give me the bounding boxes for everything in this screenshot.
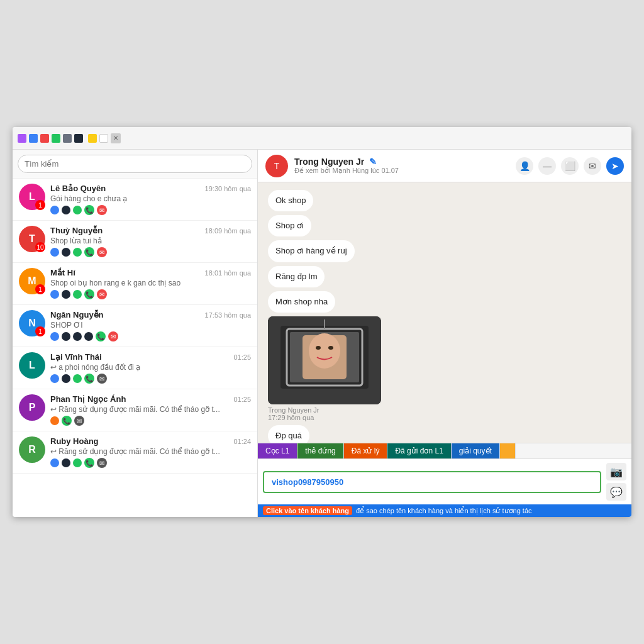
avatar-wrap: M 1 xyxy=(19,268,45,294)
avatar-wrap: L 1 xyxy=(19,184,45,210)
chat-title-block: Trong Nguyen Jr ✎ Đề xem bởi Mạnh Hùng l… xyxy=(294,157,509,175)
app-window: ✕ L 1 Lê Bảo Quyên xyxy=(13,127,631,517)
tab-extra[interactable] xyxy=(500,443,516,458)
message-bubble: Răng đp lm xyxy=(268,266,325,287)
mail-icon[interactable]: ✉ xyxy=(97,289,107,299)
contacts-list: L 1 Lê Bảo Quyên 19:30 hôm qua Gói hàng … xyxy=(13,179,257,517)
tab-da-gui-don[interactable]: Đã gửi đơn L1 xyxy=(387,443,451,458)
action-dot[interactable] xyxy=(50,206,59,214)
click-hint-text: để sao chép tên khách hàng và hiển thị l… xyxy=(356,507,532,515)
list-item[interactable]: T 10 Thuỳ Nguyễn 18:09 hôm qua Shop lừa … xyxy=(13,221,257,263)
left-panel: L 1 Lê Bảo Quyên 19:30 hôm qua Gói hàng … xyxy=(13,150,258,517)
action-dot[interactable] xyxy=(73,374,82,383)
contact-info: Thuỳ Nguyễn 18:09 hôm qua Shop lừa tui h… xyxy=(50,226,251,257)
action-dot[interactable] xyxy=(50,290,59,299)
phone-icon[interactable]: 📞 xyxy=(84,205,94,215)
chat-bottom: Cọc L1 thẻ đứng Đã xử lý Đã gửi đơn L1 g… xyxy=(258,443,631,517)
svg-point-4 xyxy=(309,333,340,369)
search-input[interactable] xyxy=(18,155,252,173)
mail-icon[interactable]: ✉ xyxy=(97,205,107,215)
camera-button[interactable]: 📷 xyxy=(606,463,626,480)
action-dot[interactable] xyxy=(73,248,82,257)
minimize-button[interactable]: — xyxy=(538,157,556,175)
unread-badge: 1 xyxy=(35,284,45,294)
color-yellow[interactable] xyxy=(88,134,97,143)
action-dot[interactable] xyxy=(62,458,70,467)
color-red[interactable] xyxy=(40,134,49,143)
mail-icon[interactable]: ✉ xyxy=(97,458,107,468)
tab-the-dung[interactable]: thẻ đứng xyxy=(297,443,343,458)
chat-messages: Ok shop Shop ơi Shop ơi hàng về ruj Răng… xyxy=(258,182,631,443)
click-hint: Click vào tên khách hàng để sao chép tên… xyxy=(258,504,631,517)
phone-icon[interactable]: 📞 xyxy=(84,374,94,384)
contact-info: Lại Vĩnh Thái 01:25 ↩ a phoi nóng đầu đố… xyxy=(50,352,251,384)
avatar-wrap: R xyxy=(19,436,45,463)
color-gray[interactable] xyxy=(63,134,72,143)
chat-bubble-button[interactable]: 💬 xyxy=(606,483,626,501)
tab-giai-quyet[interactable]: giải quyết xyxy=(452,443,500,458)
contact-info: Ruby Hoàng 01:24 ↩ Răng sử dụng được mãi… xyxy=(50,436,251,468)
mail-icon[interactable]: ✉ xyxy=(97,374,107,384)
right-panel: T Trong Nguyen Jr ✎ Đề xem bởi Mạnh Hùng… xyxy=(258,150,631,517)
contact-time: 18:09 hôm qua xyxy=(205,227,251,235)
action-dot[interactable] xyxy=(73,206,82,214)
close-color-icon[interactable]: ✕ xyxy=(111,133,121,143)
svg-point-6 xyxy=(328,346,333,350)
click-hint-button[interactable]: Click vào tên khách hàng xyxy=(263,506,352,515)
list-item[interactable]: N 1 Ngân Nguyễn 17:53 hôm qua SHOP ƠI xyxy=(13,305,257,347)
message-sender-time: Trong Nguyen Jr17:29 hôm qua xyxy=(268,406,381,421)
phone-icon[interactable]: 📞 xyxy=(84,289,94,299)
action-dot[interactable] xyxy=(84,332,93,341)
list-item[interactable]: P Phan Thị Ngọc Ánh 01:25 ↩ Răng sử dụng… xyxy=(13,389,257,431)
action-dot[interactable] xyxy=(62,290,70,299)
list-item[interactable]: R Ruby Hoàng 01:24 ↩ Răng sử dụng được m… xyxy=(13,431,257,474)
contact-name: Ruby Hoàng xyxy=(50,436,99,446)
action-dot[interactable] xyxy=(62,206,70,214)
avatar-wrap: P xyxy=(19,394,45,421)
message-image: Trong Nguyen Jr17:29 hôm qua xyxy=(268,316,381,421)
action-dot[interactable] xyxy=(50,248,59,257)
chat-header: T Trong Nguyen Jr ✎ Đề xem bởi Mạnh Hùng… xyxy=(258,150,631,182)
contact-info: Phan Thị Ngọc Ánh 01:25 ↩ Răng sử dụng đ… xyxy=(50,394,251,426)
contact-name: Ngân Nguyễn xyxy=(50,310,104,319)
action-dot[interactable] xyxy=(50,332,59,341)
list-item[interactable]: L Lại Vĩnh Thái 01:25 ↩ a phoi nóng đầu … xyxy=(13,347,257,389)
action-dot[interactable] xyxy=(50,458,59,467)
chat-avatar: T xyxy=(265,155,288,177)
contact-name: Lê Bảo Quyên xyxy=(50,184,106,193)
profile-button[interactable]: 👤 xyxy=(516,157,533,175)
tab-coc-l1[interactable]: Cọc L1 xyxy=(258,443,297,458)
edit-icon[interactable]: ✎ xyxy=(369,157,377,167)
tab-da-xu-ly[interactable]: Đã xử lý xyxy=(344,443,388,458)
avatar: R xyxy=(19,436,45,463)
list-item[interactable]: M 1 Mắt Hí 18:01 hôm qua Shop oi bụ hon … xyxy=(13,263,257,305)
color-purple[interactable] xyxy=(18,134,26,143)
action-dot[interactable] xyxy=(73,332,82,341)
mail-icon[interactable]: ✉ xyxy=(108,331,118,341)
phone-icon[interactable]: 📞 xyxy=(84,247,94,257)
phone-icon[interactable]: 📞 xyxy=(62,416,72,426)
color-white[interactable] xyxy=(99,134,108,143)
phone-icon[interactable]: 📞 xyxy=(96,331,106,341)
mail-icon[interactable]: ✉ xyxy=(97,247,107,257)
mail-icon[interactable]: ✉ xyxy=(74,416,84,426)
action-dot[interactable] xyxy=(62,248,70,257)
color-dark[interactable] xyxy=(74,134,83,143)
action-dot[interactable] xyxy=(62,374,70,383)
email-button[interactable]: ✉ xyxy=(584,157,601,175)
contact-time: 19:30 hôm qua xyxy=(205,185,251,192)
action-dot[interactable] xyxy=(62,332,70,341)
contact-time: 01:24 xyxy=(233,438,251,445)
action-dot[interactable] xyxy=(73,290,82,299)
phone-icon[interactable]: 📞 xyxy=(84,458,94,468)
color-green[interactable] xyxy=(52,134,60,143)
message-input[interactable] xyxy=(263,471,601,493)
color-blue[interactable] xyxy=(29,134,38,143)
action-dot[interactable] xyxy=(73,458,82,467)
list-item[interactable]: L 1 Lê Bảo Quyên 19:30 hôm qua Gói hàng … xyxy=(13,179,257,221)
action-dot[interactable] xyxy=(50,374,59,383)
send-button[interactable]: ➤ xyxy=(606,157,624,175)
window-button[interactable]: ⬜ xyxy=(561,157,579,175)
avatar-wrap: L xyxy=(19,352,45,379)
action-dot[interactable] xyxy=(50,416,59,425)
